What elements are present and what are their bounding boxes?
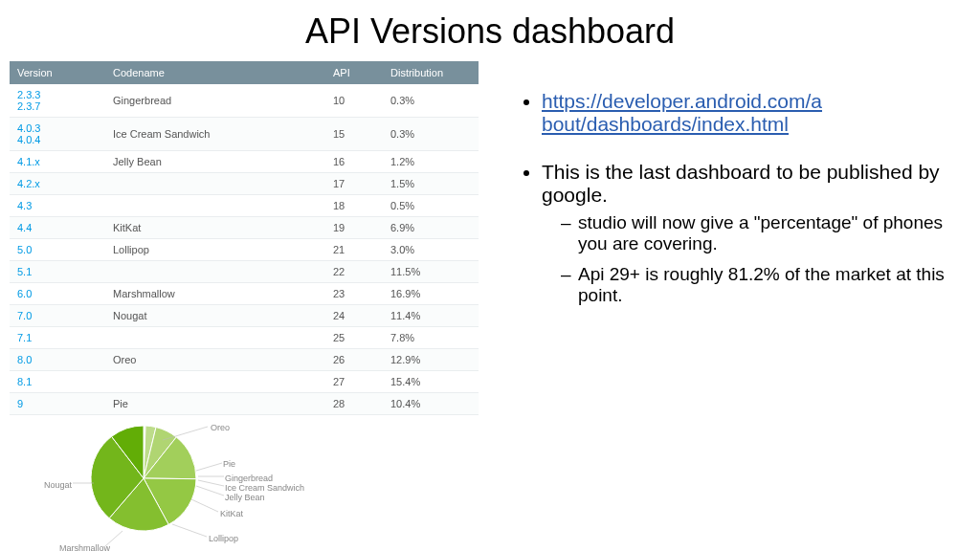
cell-api: 28: [325, 393, 383, 415]
cell-dist: 12.9%: [383, 349, 479, 371]
pie-label-gingerbread: Gingerbread: [225, 474, 273, 483]
pie-svg: [86, 421, 201, 536]
bullet-last-dashboard: This is the last dashboard to be publish…: [542, 161, 951, 306]
cell-version: 4.3: [10, 195, 105, 217]
table-row: 7.0Nougat2411.4%: [10, 305, 479, 327]
pie-chart: Oreo Pie Gingerbread Ice Cream Sandwich …: [10, 421, 479, 551]
page-title: API Versions dashboard: [0, 0, 980, 52]
pie-label-marshmallow: Marshmallow: [59, 543, 110, 551]
cell-api: 17: [325, 173, 383, 195]
cell-version: 5.1: [10, 261, 105, 283]
cell-version: 6.0: [10, 283, 105, 305]
pie-label-jellybean: Jelly Bean: [225, 493, 265, 502]
cell-version: 4.1.x: [10, 151, 105, 173]
bullet-last-text: This is the last dashboard to be publish…: [542, 161, 940, 206]
cell-api: 23: [325, 283, 383, 305]
pie-label-kitkat: KitKat: [220, 509, 243, 518]
cell-codename: Oreo: [105, 349, 325, 371]
cell-codename: Jelly Bean: [105, 151, 325, 173]
cell-version: 4.2.x: [10, 173, 105, 195]
cell-api: 27: [325, 371, 383, 393]
cell-version: 9: [10, 393, 105, 415]
col-api: API: [325, 61, 383, 84]
bullet-link: https://developer.android.com/about/dash…: [542, 90, 951, 136]
cell-dist: 6.9%: [383, 217, 479, 239]
cell-api: 18: [325, 195, 383, 217]
cell-version: 8.1: [10, 371, 105, 393]
table-row: 4.4KitKat196.9%: [10, 217, 479, 239]
table-row: 6.0Marshmallow2316.9%: [10, 283, 479, 305]
cell-dist: 1.2%: [383, 151, 479, 173]
cell-version: 8.0: [10, 349, 105, 371]
cell-codename: Pie: [105, 393, 325, 415]
pie-label-nougat: Nougat: [44, 480, 72, 490]
link-line2: bout/dashboards/index.html: [542, 113, 789, 135]
table-row: 8.12715.4%: [10, 371, 479, 393]
cell-api: 24: [325, 305, 383, 327]
table-row: 5.12211.5%: [10, 261, 479, 283]
cell-api: 22: [325, 261, 383, 283]
cell-codename: Nougat: [105, 305, 325, 327]
cell-codename: KitKat: [105, 217, 325, 239]
table-row: 4.2.x171.5%: [10, 173, 479, 195]
table-row: 2.3.32.3.7Gingerbread100.3%: [10, 84, 479, 118]
right-column: https://developer.android.com/about/dash…: [488, 52, 970, 551]
table-row: 8.0Oreo2612.9%: [10, 349, 479, 371]
cell-api: 26: [325, 349, 383, 371]
cell-dist: 11.4%: [383, 305, 479, 327]
table-row: 4.0.34.0.4Ice Cream Sandwich150.3%: [10, 118, 479, 151]
pie-label-oreo: Oreo: [211, 423, 230, 432]
svg-line-3: [198, 480, 224, 486]
cell-version: 5.0: [10, 239, 105, 261]
cell-dist: 3.0%: [383, 239, 479, 261]
table-row: 7.1257.8%: [10, 327, 479, 349]
left-column: Version Codename API Distribution 2.3.32…: [10, 52, 488, 551]
col-version: Version: [10, 61, 105, 84]
table-row: 4.3180.5%: [10, 195, 479, 217]
dashboard-link[interactable]: https://developer.android.com/about/dash…: [542, 90, 822, 135]
col-distribution: Distribution: [383, 61, 479, 84]
table-row: 9Pie2810.4%: [10, 393, 479, 415]
cell-api: 19: [325, 217, 383, 239]
cell-dist: 7.8%: [383, 327, 479, 349]
table-row: 5.0Lollipop213.0%: [10, 239, 479, 261]
col-codename: Codename: [105, 61, 325, 84]
cell-version: 2.3.32.3.7: [10, 84, 105, 118]
sub-bullet-studio: studio will now give a "percentage" of p…: [561, 212, 951, 254]
cell-dist: 0.3%: [383, 84, 479, 118]
cell-codename: Ice Cream Sandwich: [105, 118, 325, 151]
pie-label-pie: Pie: [223, 459, 235, 469]
cell-dist: 1.5%: [383, 173, 479, 195]
cell-version: 4.0.34.0.4: [10, 118, 105, 151]
cell-codename: [105, 195, 325, 217]
cell-codename: [105, 261, 325, 283]
versions-table: Version Codename API Distribution 2.3.32…: [10, 61, 479, 415]
cell-dist: 0.3%: [383, 118, 479, 151]
cell-version: 7.1: [10, 327, 105, 349]
cell-codename: [105, 327, 325, 349]
cell-api: 16: [325, 151, 383, 173]
cell-version: 4.4: [10, 217, 105, 239]
cell-codename: Marshmallow: [105, 283, 325, 305]
cell-codename: [105, 173, 325, 195]
pie-label-lollipop: Lollipop: [209, 534, 238, 543]
table-row: 4.1.xJelly Bean161.2%: [10, 151, 479, 173]
sub-bullet-api29: Api 29+ is roughly 81.2% of the market a…: [561, 264, 951, 306]
cell-codename: Lollipop: [105, 239, 325, 261]
pie-label-ics: Ice Cream Sandwich: [225, 483, 304, 493]
cell-dist: 16.9%: [383, 283, 479, 305]
cell-api: 25: [325, 327, 383, 349]
cell-dist: 10.4%: [383, 393, 479, 415]
cell-codename: Gingerbread: [105, 84, 325, 118]
cell-codename: [105, 371, 325, 393]
cell-api: 10: [325, 84, 383, 118]
cell-dist: 0.5%: [383, 195, 479, 217]
cell-dist: 11.5%: [383, 261, 479, 283]
cell-version: 7.0: [10, 305, 105, 327]
link-line1: https://developer.android.com/a: [542, 90, 822, 112]
cell-api: 15: [325, 118, 383, 151]
cell-api: 21: [325, 239, 383, 261]
cell-dist: 15.4%: [383, 371, 479, 393]
